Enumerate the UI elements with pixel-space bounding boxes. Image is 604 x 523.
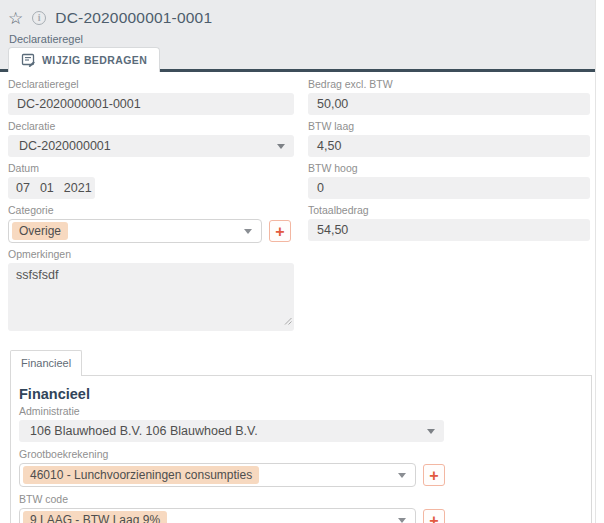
form-grid: Declaratieregel DC-2020000001-0001 Decla… — [0, 72, 604, 336]
declaratieregel-input[interactable]: DC-2020000001-0001 — [8, 93, 294, 115]
form-right-column: Bedrag excl. BTW 50,00 BTW laag 4,50 BTW… — [308, 78, 590, 336]
tab-financieel[interactable]: Financieel — [10, 350, 82, 376]
selected-value: DC-2020000001 — [19, 139, 111, 153]
date-day: 07 — [16, 181, 30, 195]
opmerkingen-textarea[interactable]: ssfsfsdf — [8, 263, 294, 331]
title-row: ☆ i DC-2020000001-0001 — [8, 7, 596, 29]
page-header: ☆ i DC-2020000001-0001 Declaratieregel W… — [0, 0, 604, 72]
caret-down-icon — [398, 473, 406, 478]
totaalbedrag-input[interactable]: 54,50 — [308, 219, 590, 241]
field-declaratieregel: Declaratieregel DC-2020000001-0001 — [8, 78, 294, 115]
page-subtitle: Declaratieregel — [9, 33, 596, 45]
scrollbar[interactable] — [595, 0, 604, 523]
field-label: Declaratieregel — [8, 78, 294, 90]
caret-down-icon — [398, 518, 406, 523]
opmerkingen-wrap: ssfsfsdf — [8, 263, 294, 331]
caret-down-icon — [244, 229, 252, 234]
caret-down-icon — [277, 144, 285, 149]
field-value: 4,50 — [317, 139, 341, 153]
field-categorie: Categorie Overige + — [8, 204, 294, 243]
field-btw-hoog: BTW hoog 0 — [308, 162, 590, 199]
tab-section: Financieel Financieel Administratie 106 … — [10, 350, 592, 523]
field-label: Datum — [8, 162, 294, 174]
edit-button-label: WIJZIG BEDRAGEN — [42, 54, 147, 66]
field-value: DC-2020000001-0001 — [17, 97, 141, 111]
categorie-row: Overige + — [8, 219, 294, 243]
caret-down-icon — [427, 429, 435, 434]
categorie-tag: Overige — [12, 222, 68, 240]
page-title: DC-2020000001-0001 — [55, 9, 212, 27]
field-value: 0 — [317, 181, 324, 195]
field-label: Categorie — [8, 204, 294, 216]
date-month: 01 — [40, 181, 54, 195]
declaratie-select[interactable]: DC-2020000001 — [8, 135, 294, 157]
field-bedrag-excl-btw: Bedrag excl. BTW 50,00 — [308, 78, 590, 115]
field-label: Opmerkingen — [8, 248, 294, 260]
add-btw-code-button[interactable]: + — [423, 509, 445, 523]
selected-value: 106 Blauwhoed B.V. 106 Blauwhoed B.V. — [30, 424, 258, 438]
favorite-star-icon[interactable]: ☆ — [8, 10, 23, 27]
bedrag-excl-btw-input[interactable]: 50,00 — [308, 93, 590, 115]
add-categorie-button[interactable]: + — [269, 220, 291, 242]
grootboekrekening-row: 46010 - Lunchvoorzieningen consumpties + — [19, 463, 583, 487]
field-grootboekrekening: Grootboekrekening 46010 - Lunchvoorzieni… — [19, 448, 583, 487]
btw-hoog-input[interactable]: 0 — [308, 177, 590, 199]
field-datum: Datum 07 01 2021 — [8, 162, 294, 199]
field-label: Declaratie — [8, 120, 294, 132]
field-opmerkingen: Opmerkingen ssfsfsdf — [8, 248, 294, 331]
date-year: 2021 — [64, 181, 92, 195]
field-label: BTW code — [19, 493, 583, 505]
categorie-select[interactable]: Overige — [8, 219, 262, 243]
field-label: Bedrag excl. BTW — [308, 78, 590, 90]
field-value: 54,50 — [317, 223, 348, 237]
panel-heading: Financieel — [19, 386, 583, 402]
datum-input[interactable]: 07 01 2021 — [8, 177, 95, 199]
grootboekrekening-select[interactable]: 46010 - Lunchvoorzieningen consumpties — [19, 463, 416, 487]
btw-laag-input[interactable]: 4,50 — [308, 135, 590, 157]
info-icon[interactable]: i — [32, 11, 46, 25]
field-administratie: Administratie 106 Blauwhoed B.V. 106 Bla… — [19, 405, 583, 442]
field-totaalbedrag: Totaalbedrag 54,50 — [308, 204, 590, 241]
field-label: BTW laag — [308, 120, 590, 132]
financieel-panel: Financieel Administratie 106 Blauwhoed B… — [10, 375, 592, 523]
field-label: Administratie — [19, 405, 583, 417]
btw-code-tag: 9 LAAG - BTW Laag 9% — [23, 511, 167, 523]
wijzig-bedragen-button[interactable]: WIJZIG BEDRAGEN — [8, 47, 160, 72]
form-left-column: Declaratieregel DC-2020000001-0001 Decla… — [8, 78, 294, 336]
field-label: Grootboekrekening — [19, 448, 583, 460]
field-btw-laag: BTW laag 4,50 — [308, 120, 590, 157]
field-value: 50,00 — [317, 97, 348, 111]
field-btw-code: BTW code 9 LAAG - BTW Laag 9% + — [19, 493, 583, 523]
field-declaratie: Declaratie DC-2020000001 — [8, 120, 294, 157]
resize-grip-icon[interactable] — [284, 311, 292, 329]
btw-code-select[interactable]: 9 LAAG - BTW Laag 9% — [19, 508, 416, 523]
administratie-select[interactable]: 106 Blauwhoed B.V. 106 Blauwhoed B.V. — [19, 420, 444, 442]
grootboekrekening-tag: 46010 - Lunchvoorzieningen consumpties — [23, 466, 259, 484]
edit-note-icon — [21, 53, 35, 67]
field-label: Totaalbedrag — [308, 204, 590, 216]
btw-code-row: 9 LAAG - BTW Laag 9% + — [19, 508, 583, 523]
add-grootboekrekening-button[interactable]: + — [423, 464, 445, 486]
field-label: BTW hoog — [308, 162, 590, 174]
